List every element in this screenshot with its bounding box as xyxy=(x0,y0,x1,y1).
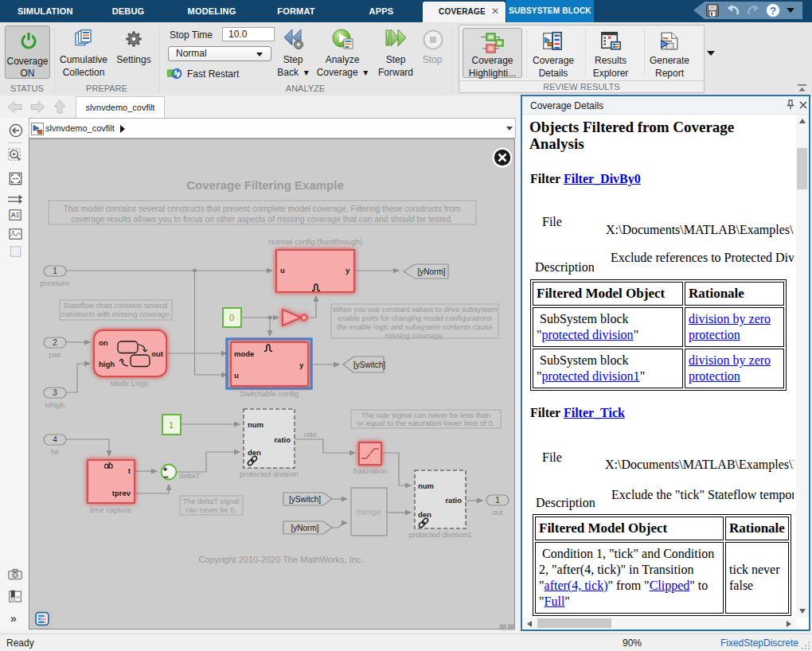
svg-text:hit: hit xyxy=(51,447,59,456)
svg-text:out: out xyxy=(151,349,164,358)
svg-text:on: on xyxy=(99,338,108,347)
svg-text:ratio: ratio xyxy=(445,496,462,505)
svg-text:Switchable config: Switchable config xyxy=(240,389,299,398)
svg-text:A: A xyxy=(11,211,16,219)
svg-text:pressure: pressure xyxy=(41,279,70,287)
svg-text:2: 2 xyxy=(53,338,57,347)
svg-text:Mode Logic: Mode Logic xyxy=(110,379,149,388)
svg-text:the enable logic and subsystem: the enable logic and subsystem contents … xyxy=(337,323,492,331)
svg-text:coverage results allows you to: coverage results allows you to focus on … xyxy=(71,215,453,224)
svg-text:num: num xyxy=(248,420,264,429)
svg-text:The deltaT signal: The deltaT signal xyxy=(182,497,239,505)
svg-text:protected division: protected division xyxy=(240,470,299,478)
svg-text:[yNorm]: [yNorm] xyxy=(291,524,319,532)
svg-text:Saturation: Saturation xyxy=(353,466,387,475)
svg-text:When you use constant values t: When you use constant values to drive su… xyxy=(333,306,498,314)
svg-text:[ySwitch]: [ySwitch] xyxy=(289,495,321,504)
svg-text:enable ports for changing mode: enable ports for changing model configur… xyxy=(338,314,492,322)
svg-text:y: y xyxy=(299,361,304,369)
svg-text:missing coverage.: missing coverage. xyxy=(385,332,445,340)
svg-text:y: y xyxy=(345,266,350,275)
svg-text:tprev: tprev xyxy=(112,489,131,497)
svg-text:or equal to the saturation low: or equal to the saturation lower limit o… xyxy=(357,419,495,427)
svg-text:Coverage Filtering Example: Coverage Filtering Example xyxy=(186,178,344,192)
svg-text:deltaT: deltaT xyxy=(179,471,201,480)
svg-text:1: 1 xyxy=(169,420,174,430)
svg-text:Copyright 2010-2020 The MathWo: Copyright 2010-2020 The MathWorks, Inc. xyxy=(199,555,364,564)
svg-text:4: 4 xyxy=(53,435,57,444)
svg-text:den: den xyxy=(248,448,261,457)
svg-text:Normal config (feedthrough): Normal config (feedthrough) xyxy=(268,237,362,246)
svg-text:1: 1 xyxy=(495,496,500,505)
svg-text:[ySwitch]: [ySwitch] xyxy=(353,361,385,369)
svg-text:mode: mode xyxy=(234,349,254,358)
svg-text:u: u xyxy=(280,266,285,275)
svg-text:This model contains several co: This model contains several constructs t… xyxy=(63,205,460,213)
svg-text:den: den xyxy=(418,510,431,519)
svg-text:Stateflow chart contains sever: Stateflow chart contains several xyxy=(63,302,167,310)
svg-text:1: 1 xyxy=(53,267,57,275)
svg-text:3: 3 xyxy=(53,388,57,397)
svg-text:u: u xyxy=(234,371,239,380)
svg-text:can never be 0.: can never be 0. xyxy=(185,506,236,514)
svg-text:?: ? xyxy=(770,5,776,17)
svg-text:ratio: ratio xyxy=(274,435,291,444)
svg-text:constructs with missing covera: constructs with missing coverage xyxy=(61,310,170,318)
svg-text:0: 0 xyxy=(229,313,234,322)
svg-text:out: out xyxy=(492,508,503,517)
svg-text:rate: rate xyxy=(304,430,317,439)
svg-text:num: num xyxy=(418,481,434,490)
svg-text:high: high xyxy=(99,360,115,368)
svg-text:[yNorm]: [yNorm] xyxy=(418,267,446,276)
svg-text:pwr: pwr xyxy=(49,350,61,359)
svg-text:merge: merge xyxy=(356,507,381,517)
svg-text:ishigh: ishigh xyxy=(45,400,65,409)
svg-text:protected division1: protected division1 xyxy=(408,530,471,539)
svg-text:time capture: time capture xyxy=(90,505,131,514)
